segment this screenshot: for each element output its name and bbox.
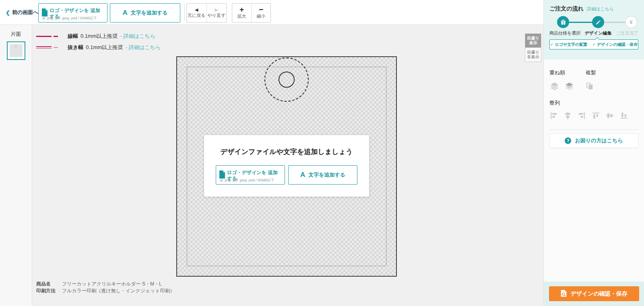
duplicate-label: 複製 bbox=[586, 69, 596, 76]
plus-icon: + bbox=[239, 6, 244, 13]
side-thumbnail-selected[interactable] bbox=[7, 41, 25, 60]
keyring-hole-mini bbox=[14, 45, 17, 47]
bring-forward-icon[interactable] bbox=[549, 81, 559, 91]
modal-title: デザインファイルや文字を追加しましょう bbox=[204, 147, 369, 156]
order-flow-panel: ご注文の流れ 詳細はこちら bbox=[544, 0, 644, 60]
back-button[interactable]: ❮ 前の画面へ bbox=[6, 0, 39, 25]
order-flow-title: ご注文の流れ bbox=[549, 5, 584, 12]
product-name-row: 商品名 フリーカットアクリルキーホルダー S・M・L bbox=[36, 281, 175, 288]
yen-icon: ¥ bbox=[625, 16, 637, 28]
top-toolbar: ❮ 前の画面へ ロゴ・デザインを 追加する .ai .png .pdf .jpe… bbox=[0, 0, 543, 25]
confirm-save-button[interactable]: デザインの確認・保存 bbox=[549, 286, 639, 301]
align-right-icon[interactable] bbox=[578, 111, 586, 120]
align-left-icon[interactable] bbox=[549, 111, 558, 120]
ruler-hide-button[interactable]: 目盛り 非表示 bbox=[525, 47, 541, 62]
pencil-icon bbox=[592, 16, 604, 28]
product-info: 商品名 フリーカットアクリルキーホルダー S・M・L 印刷方法 フルカラー印刷（… bbox=[36, 281, 175, 294]
gift-icon bbox=[557, 16, 569, 28]
substep-confirm-save: ✓ デザインの確認・保存 bbox=[592, 42, 638, 47]
align-top-icon[interactable] bbox=[592, 111, 600, 120]
right-sidebar: ご注文の流れ 詳細はこちら bbox=[543, 0, 644, 306]
undo-label: 元に戻る bbox=[188, 12, 206, 18]
text-a-icon: A bbox=[300, 171, 305, 179]
add-logo-design-button[interactable]: ロゴ・デザインを 追加する .ai .png .pdf .jpeg .psd /… bbox=[38, 3, 107, 23]
question-icon: ? bbox=[565, 138, 571, 144]
legend-desc: 0.1mm以上推奨 bbox=[86, 44, 123, 51]
toolbar-divider bbox=[184, 4, 185, 21]
help-button[interactable]: ? お困りの方はこちら bbox=[549, 133, 638, 148]
legend-term: 抜き幅 bbox=[68, 44, 83, 51]
undo-icon: ◀ bbox=[195, 7, 198, 12]
design-preview-icon bbox=[560, 290, 567, 298]
check-icon: ✓ bbox=[592, 42, 595, 47]
double-line-swatch bbox=[36, 46, 63, 49]
step-label-order-complete: ご注文完了 bbox=[616, 30, 638, 36]
legend-detail-link[interactable]: - 詳細はこちら bbox=[120, 33, 155, 40]
zoom-group: + 拡大 − 縮小 bbox=[232, 3, 271, 23]
redo-icon: ▶ bbox=[215, 7, 218, 12]
side-thumbnail-preview bbox=[10, 44, 23, 57]
ruler-toggle: 目盛り 表示 目盛り 非表示 bbox=[525, 33, 541, 62]
keyring-hole bbox=[279, 72, 295, 88]
align-label: 整列 bbox=[549, 99, 638, 107]
object-tools-panel: 重ね順 複製 bbox=[544, 60, 644, 148]
check-icon: ✓ bbox=[550, 42, 553, 47]
zoom-out-label: 縮小 bbox=[257, 13, 266, 19]
text-a-icon: A bbox=[122, 9, 127, 17]
align-center-horizontal-icon[interactable] bbox=[564, 111, 572, 120]
substep-place-logo-text: ✓ ロゴや文字の配置 bbox=[550, 42, 587, 47]
design-canvas[interactable]: デザインファイルや文字を追加しましょう ロゴ・デザインを 追加する .ai .p… bbox=[176, 56, 397, 277]
zoom-out-button[interactable]: − 縮小 bbox=[251, 4, 270, 22]
confirm-save-label: デザインの確認・保存 bbox=[570, 290, 627, 298]
modal-add-logo-button[interactable]: ロゴ・デザインを 追加する .ai .png .pdf .jpeg .psd /… bbox=[216, 165, 285, 185]
side-label: 片面 bbox=[0, 31, 32, 38]
order-flow-detail-link[interactable]: 詳細はこちら bbox=[587, 6, 614, 12]
undo-redo-group: ◀ 元に戻る ▶ やり直す bbox=[186, 3, 227, 23]
redo-button[interactable]: ▶ やり直す bbox=[206, 4, 227, 22]
legend-row-gap-width: 抜き幅 0.1mm以上推奨 - 詳細はこちら bbox=[36, 42, 161, 53]
modal-add-text-button[interactable]: A 文字を追加する bbox=[288, 165, 357, 185]
zoom-in-button[interactable]: + 拡大 bbox=[232, 4, 251, 22]
solid-line-swatch bbox=[36, 36, 63, 37]
duplicate-icon[interactable] bbox=[585, 82, 594, 90]
zoom-in-label: 拡大 bbox=[237, 13, 246, 19]
back-label: 前の画面へ bbox=[12, 9, 39, 16]
save-strip: デザインの確認・保存 bbox=[544, 281, 644, 306]
layer-order-label: 重ね順 bbox=[549, 69, 586, 76]
design-editor-app: ❮ 前の画面へ ロゴ・デザインを 追加する .ai .png .pdf .jpe… bbox=[0, 0, 644, 306]
legend-detail-link[interactable]: - 詳細はこちら bbox=[126, 44, 161, 51]
legend-term: 線幅 bbox=[68, 33, 78, 40]
add-text-button[interactable]: A 文字を追加する bbox=[110, 3, 180, 23]
step-label-select-spec: 商品仕様を選択 bbox=[549, 30, 580, 36]
undo-button[interactable]: ◀ 元に戻る bbox=[187, 4, 206, 22]
align-middle-vertical-icon[interactable] bbox=[606, 111, 614, 120]
minus-icon: − bbox=[259, 6, 263, 13]
redo-label: やり直す bbox=[207, 12, 225, 18]
chevron-left-icon: ❮ bbox=[6, 10, 10, 16]
help-label: お困りの方はこちら bbox=[575, 137, 623, 144]
modal-buttons: ロゴ・デザインを 追加する .ai .png .pdf .jpeg .psd /… bbox=[204, 165, 369, 185]
tools-divider bbox=[549, 129, 638, 130]
legend-row-line-width: 線幅 0.1mm以上推奨 - 詳細はこちら bbox=[36, 31, 161, 42]
order-stepper: ¥ bbox=[549, 16, 638, 29]
add-text-label: 文字を追加する bbox=[131, 9, 168, 16]
legend-desc: 0.1mm以上推奨 bbox=[80, 33, 118, 40]
ruler-show-button[interactable]: 目盛り 表示 bbox=[525, 34, 541, 47]
sides-panel: 片面 bbox=[0, 25, 32, 306]
file-formats-hint: .ai .png .pdf .jpeg .psd / 50MB以下 bbox=[41, 16, 97, 21]
step-label-design-edit: デザイン編集 bbox=[584, 30, 611, 36]
align-bottom-icon[interactable] bbox=[620, 111, 628, 120]
print-method-row: 印刷方法 フルカラー印刷（透け無し・インクジェット印刷） bbox=[36, 288, 175, 294]
add-content-modal: デザインファイルや文字を追加しましょう ロゴ・デザインを 追加する .ai .p… bbox=[204, 135, 369, 197]
add-logo-label-line1: ロゴ・デザインを bbox=[50, 8, 89, 13]
design-substeps-box: ✓ ロゴや文字の配置 ✓ デザインの確認・保存 bbox=[549, 39, 638, 49]
send-backward-icon[interactable] bbox=[564, 81, 574, 91]
guide-legend: 線幅 0.1mm以上推奨 - 詳細はこちら 抜き幅 0.1mm以上推奨 - 詳細… bbox=[36, 31, 161, 53]
